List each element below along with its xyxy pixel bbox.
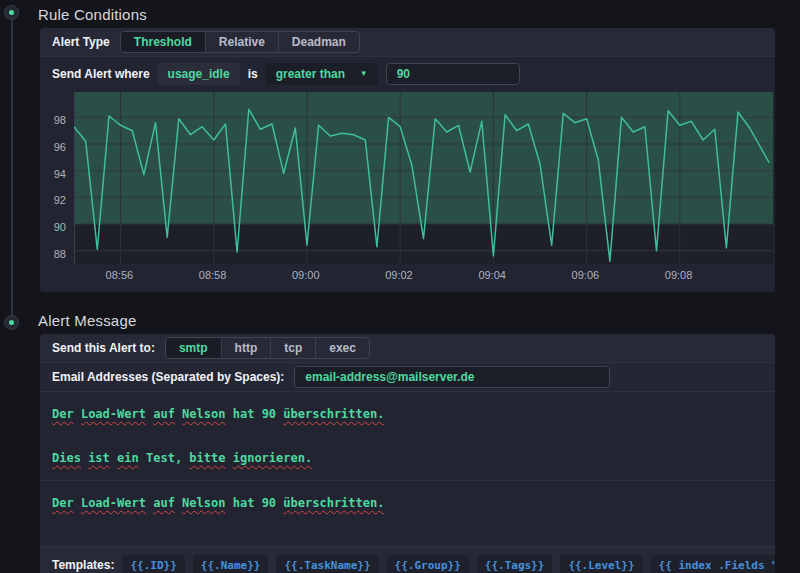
chart-plot-area[interactable]	[74, 92, 773, 264]
x-tick-label: 09:04	[478, 269, 506, 281]
email-row: Email Addresses (Separated by Spaces):	[40, 362, 775, 391]
template-chip-2[interactable]: {{.TaskName}}	[276, 555, 378, 573]
handler-tab-http[interactable]: http	[221, 338, 271, 358]
operator-dropdown[interactable]: greater than ▼	[266, 63, 378, 85]
x-tick-label: 09:08	[665, 269, 693, 281]
rule-conditions-panel: Alert Type ThresholdRelativeDeadman Send…	[40, 28, 775, 292]
templates-row: Templates: {{.ID}}{{.Name}}{{.TaskName}}…	[40, 546, 775, 573]
alert-message-title: Alert Message	[38, 312, 136, 329]
email-label: Email Addresses (Separated by Spaces):	[52, 370, 284, 384]
usage-idle-line-chart	[74, 92, 773, 264]
alert-type-label: Alert Type	[52, 35, 110, 49]
alert-type-tab-threshold[interactable]: Threshold	[121, 32, 205, 52]
handler-tab-group: smtphttptcpexec	[165, 337, 370, 359]
handler-tab-smtp[interactable]: smtp	[166, 338, 221, 358]
condition-row: Send Alert where usage_idle is greater t…	[40, 56, 775, 90]
alert-message-textarea[interactable]: Der Load-Wert auf Nelson hat 90 überschr…	[40, 391, 775, 480]
alert-type-row: Alert Type ThresholdRelativeDeadman	[40, 28, 775, 56]
alert-message-panel: Send this Alert to: smtphttptcpexec Emai…	[40, 334, 775, 573]
message-line: Dies ist ein Test, bitte ignorieren.	[52, 447, 763, 469]
templates-label: Templates:	[52, 558, 114, 572]
x-tick-label: 08:56	[106, 269, 134, 281]
operator-dropdown-value: greater than	[276, 67, 352, 81]
template-chip-4[interactable]: {{.Tags}}	[477, 555, 553, 573]
message-line	[52, 425, 763, 447]
handler-tab-tcp[interactable]: tcp	[270, 338, 315, 358]
template-chip-6[interactable]: {{ index .Fields "value" }}	[651, 555, 775, 573]
y-tick-label: 94	[54, 168, 66, 180]
y-tick-label: 90	[54, 221, 66, 233]
chart-x-axis: 08:5608:5809:0009:0209:0409:0609:08	[74, 264, 773, 292]
chevron-down-icon: ▼	[360, 69, 368, 78]
condition-connector-label: is	[248, 67, 258, 81]
template-chip-5[interactable]: {{.Level}}	[560, 555, 642, 573]
threshold-value-input[interactable]	[386, 63, 520, 85]
handler-tab-exec[interactable]: exec	[315, 338, 369, 358]
x-tick-label: 09:00	[292, 269, 320, 281]
alert-message-preview: Der Load-Wert auf Nelson hat 90 überschr…	[40, 480, 775, 546]
x-tick-label: 08:58	[199, 269, 227, 281]
alert-message-header: Alert Message	[0, 306, 800, 334]
rule-conditions-header: Rule Conditions	[0, 0, 800, 28]
x-tick-label: 09:02	[385, 269, 413, 281]
condition-field-chip[interactable]: usage_idle	[158, 63, 240, 85]
y-tick-label: 92	[54, 194, 66, 206]
timeline-dot-rule-conditions	[4, 5, 19, 20]
timeline-line	[11, 12, 13, 324]
handlers-row: Send this Alert to: smtphttptcpexec	[40, 334, 775, 362]
template-chip-3[interactable]: {{.Group}}	[387, 555, 469, 573]
y-tick-label: 88	[54, 248, 66, 260]
alert-type-tab-group: ThresholdRelativeDeadman	[120, 31, 360, 53]
x-tick-label: 09:06	[572, 269, 600, 281]
chart-y-axis: 889092949698	[40, 92, 74, 264]
condition-prefix-label: Send Alert where	[52, 67, 150, 81]
alert-type-tab-relative[interactable]: Relative	[205, 32, 278, 52]
handlers-label: Send this Alert to:	[52, 341, 155, 355]
message-line: Der Load-Wert auf Nelson hat 90 überschr…	[52, 403, 763, 425]
message-line: Der Load-Wert auf Nelson hat 90 überschr…	[52, 492, 763, 514]
template-chip-0[interactable]: {{.ID}}	[122, 555, 184, 573]
y-tick-label: 96	[54, 141, 66, 153]
email-addresses-input[interactable]	[294, 366, 610, 388]
template-chip-1[interactable]: {{.Name}}	[193, 555, 269, 573]
timeline-dot-alert-message	[4, 315, 19, 330]
alert-type-tab-deadman[interactable]: Deadman	[278, 32, 359, 52]
template-chip-list: {{.ID}}{{.Name}}{{.TaskName}}{{.Group}}{…	[122, 555, 775, 573]
threshold-chart[interactable]: 889092949698 08:5608:5809:0009:0209:0409…	[40, 90, 775, 292]
rule-conditions-title: Rule Conditions	[38, 6, 147, 23]
y-tick-label: 98	[54, 114, 66, 126]
